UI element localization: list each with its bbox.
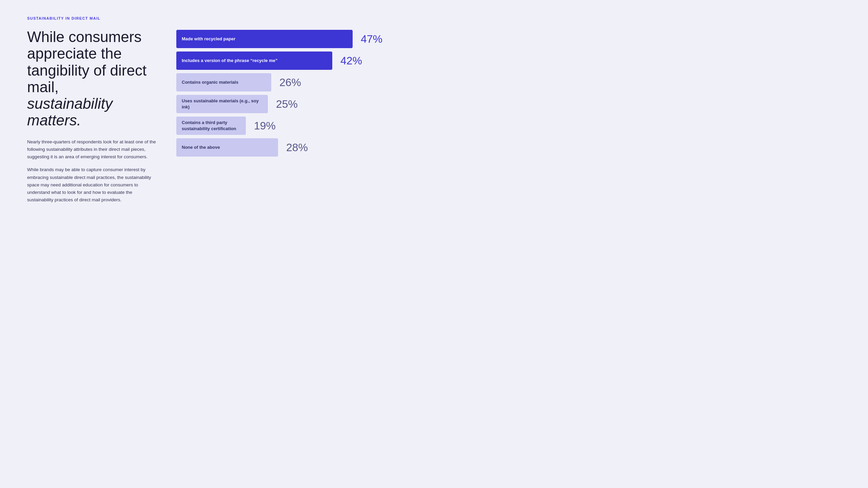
bar-label-box: Uses sustainable materials (e.g., soy in…	[176, 95, 268, 113]
body-paragraph-1: Nearly three-quarters of respondents loo…	[27, 138, 156, 161]
bar-label-text: Includes a version of the phrase “recycl…	[182, 58, 278, 64]
slide: SUSTAINABILITY IN DIRECT MAIL While cons…	[0, 0, 434, 244]
bar-percentage: 42%	[340, 55, 368, 67]
bar-label-box: Made with recycled paper	[176, 30, 353, 48]
headline-text: While consumers appreciate the tangibili…	[27, 28, 146, 95]
bar-label-box: Contains a third party sustainability ce…	[176, 117, 246, 135]
headline-italic: sustainability matters.	[27, 95, 113, 128]
bar-row: Uses sustainable materials (e.g., soy in…	[176, 95, 407, 113]
content-row: While consumers appreciate the tangibili…	[27, 28, 407, 228]
bar-row: Made with recycled paper47%	[176, 30, 407, 48]
bar-percentage: 28%	[286, 141, 313, 154]
bar-label-text: Uses sustainable materials (e.g., soy in…	[182, 98, 262, 110]
body-paragraph-2: While brands may be able to capture cons…	[27, 166, 156, 204]
tag-label: SUSTAINABILITY IN DIRECT MAIL	[27, 16, 407, 20]
bar-label-text: Made with recycled paper	[182, 36, 235, 42]
bar-label-text: Contains a third party sustainability ce…	[182, 120, 240, 132]
bar-row: Includes a version of the phrase “recycl…	[176, 52, 407, 70]
left-column: While consumers appreciate the tangibili…	[27, 28, 156, 204]
bar-row: None of the above28%	[176, 138, 407, 157]
bar-percentage: 25%	[276, 98, 303, 110]
bar-label-box: Contains organic materials	[176, 73, 271, 92]
headline: While consumers appreciate the tangibili…	[27, 28, 156, 129]
chart-area: Made with recycled paper47%Includes a ve…	[176, 28, 407, 157]
bar-row: Contains organic materials26%	[176, 73, 407, 92]
bar-label-text: Contains organic materials	[182, 79, 238, 85]
body-text: Nearly three-quarters of respondents loo…	[27, 138, 156, 204]
bar-percentage: 26%	[279, 76, 307, 89]
bar-label-box: None of the above	[176, 138, 278, 157]
bar-percentage: 47%	[361, 33, 388, 45]
bar-label-text: None of the above	[182, 144, 220, 150]
bar-label-box: Includes a version of the phrase “recycl…	[176, 52, 332, 70]
bar-percentage: 19%	[254, 120, 281, 132]
bar-row: Contains a third party sustainability ce…	[176, 117, 407, 135]
